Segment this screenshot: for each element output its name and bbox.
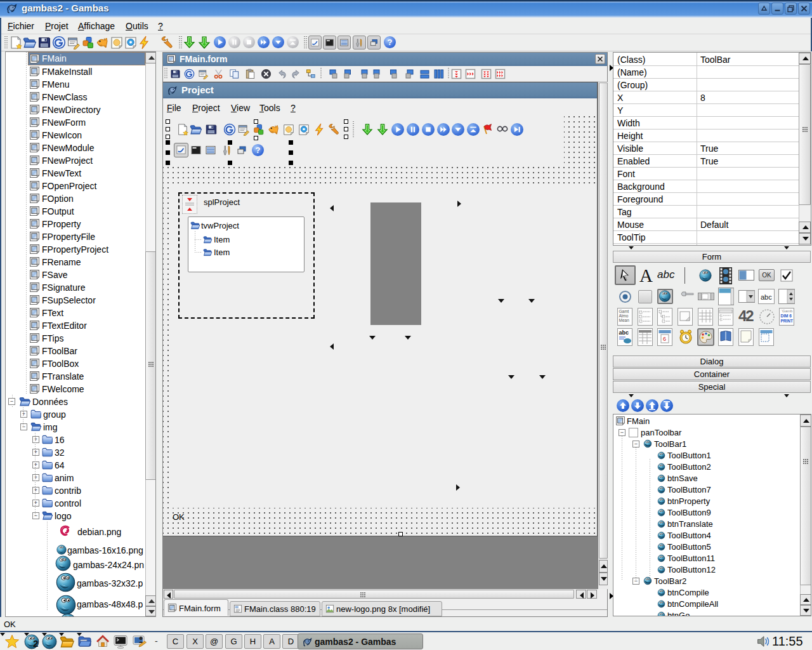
svg-text:Gamt: Gamt — [619, 309, 629, 314]
svg-text:Mean: Mean — [619, 318, 630, 322]
svg-text:Almo: Almo — [619, 314, 629, 318]
svg-text:PRINT: PRINT — [781, 319, 794, 323]
svg-text:6: 6 — [663, 336, 666, 342]
svg-text:´Gamb: ´Gamb — [781, 309, 793, 313]
svg-text:abc: abc — [619, 329, 629, 336]
svg-text:abc: abc — [761, 293, 772, 301]
svg-text:DIM 6: DIM 6 — [781, 314, 792, 318]
